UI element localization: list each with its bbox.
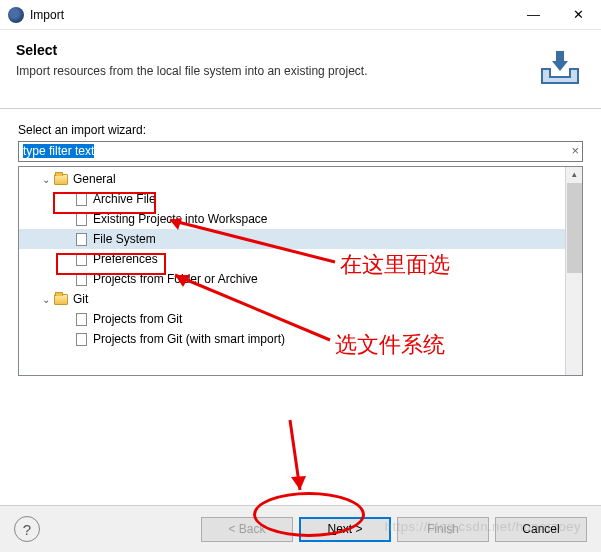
expander-icon[interactable]: ⌄ (39, 174, 53, 185)
file-icon (73, 311, 89, 327)
tree-item[interactable]: Archive File (19, 189, 582, 209)
tree-item-label: Git (73, 292, 88, 306)
close-button[interactable]: ✕ (556, 0, 601, 30)
file-icon (73, 251, 89, 267)
import-banner-icon (535, 42, 585, 92)
wizard-tree: ⌄GeneralArchive FileExisting Projects in… (18, 166, 583, 376)
file-icon (73, 211, 89, 227)
tree-item-label: Projects from Git (93, 312, 182, 326)
tree-item-label: Archive File (93, 192, 156, 206)
tree-folder[interactable]: ⌄Git (19, 289, 582, 309)
svg-marker-6 (291, 476, 306, 490)
tree-item-label: Preferences (93, 252, 158, 266)
dialog-header: Select Import resources from the local f… (0, 30, 601, 109)
tree-item[interactable]: Projects from Git (19, 309, 582, 329)
minimize-button[interactable]: — (511, 0, 556, 30)
folder-icon (53, 171, 69, 187)
svg-marker-0 (552, 51, 568, 71)
app-icon (8, 7, 24, 23)
content-area: Select an import wizard: type filter tex… (0, 109, 601, 384)
wizard-label: Select an import wizard: (18, 123, 583, 137)
titlebar: Import — ✕ (0, 0, 601, 30)
tree-folder[interactable]: ⌄General (19, 169, 582, 189)
tree-item-label: General (73, 172, 116, 186)
scroll-up-icon[interactable]: ▴ (566, 167, 582, 182)
tree-item[interactable]: Existing Projects into Workspace (19, 209, 582, 229)
folder-icon (53, 291, 69, 307)
tree-item-label: Projects from Folder or Archive (93, 272, 258, 286)
file-icon (73, 231, 89, 247)
tree-item[interactable]: Projects from Folder or Archive (19, 269, 582, 289)
tree-item-label: File System (93, 232, 156, 246)
scroll-thumb[interactable] (567, 183, 582, 273)
file-icon (73, 191, 89, 207)
tree-item[interactable]: Preferences (19, 249, 582, 269)
page-title: Select (16, 42, 535, 58)
watermark: https://blog.csdn.net/honorzoey (385, 519, 581, 534)
back-button[interactable]: < Back (201, 517, 293, 542)
page-description: Import resources from the local file sys… (16, 64, 535, 78)
window-title: Import (30, 8, 511, 22)
tree-item[interactable]: Projects from Git (with smart import) (19, 329, 582, 349)
clear-filter-icon[interactable]: × (571, 143, 579, 158)
svg-line-5 (290, 420, 300, 490)
help-button[interactable]: ? (14, 516, 40, 542)
tree-item-label: Existing Projects into Workspace (93, 212, 268, 226)
filter-input[interactable]: type filter text (18, 141, 583, 162)
scrollbar[interactable]: ▴ (565, 167, 582, 375)
next-button[interactable]: Next > (299, 517, 391, 542)
expander-icon[interactable]: ⌄ (39, 294, 53, 305)
tree-item-label: Projects from Git (with smart import) (93, 332, 285, 346)
file-icon (73, 271, 89, 287)
tree-item[interactable]: File System (19, 229, 582, 249)
file-icon (73, 331, 89, 347)
